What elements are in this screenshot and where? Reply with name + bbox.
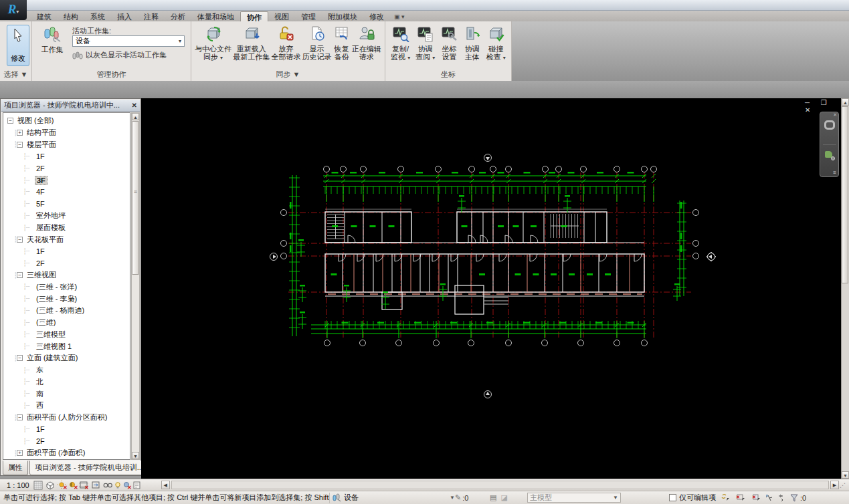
tree-item-天花板平面[interactable]: ┆−天花板平面 [3,234,130,246]
tree-item-1F[interactable]: ┆┈1F [3,150,130,162]
tree-item-三维视图 1[interactable]: ┆┈三维视图 1 [3,340,130,352]
status-workset-combo[interactable]: 设备 ▼ [329,493,455,503]
tree-item-3F[interactable]: ┆┈3F [3,174,130,186]
horizontal-scrollbar[interactable] [171,481,829,489]
scroll-down-icon[interactable]: ▼ [132,452,139,459]
expand-icon[interactable]: + [17,130,23,136]
sync-panel-label[interactable]: 同步 ▼ [191,70,385,80]
正在编辑请求-button[interactable]: 正在编辑请求 [352,25,381,61]
tree-item-2F[interactable]: ┆┈2F [3,162,130,174]
tree-item-视图 (全部)[interactable]: −视图 (全部) [3,115,130,127]
navigation-bar[interactable]: ✕ ≡ [820,112,839,177]
tree-item-立面 (建筑立面)[interactable]: ┆−立面 (建筑立面) [3,352,130,364]
tab-协作[interactable]: 协作 [240,11,268,21]
checkbox-box[interactable] [669,494,676,501]
tree-item-室外地坪[interactable]: ┆┈室外地坪 [3,210,130,222]
tree-item-三维视图[interactable]: ┆−三维视图 [3,269,130,281]
tab-视图[interactable]: 视图 [268,11,295,21]
canvas-scrollbar-thumb[interactable] [842,106,848,283]
navbar-menu-icon[interactable]: ≡ [833,170,836,176]
collapse-icon[interactable]: − [17,237,23,243]
复制/监视-button[interactable]: 复制/监视 ▾ [391,25,410,62]
tree-scrollbar-thumb[interactable] [132,121,139,275]
放弃全部请求-button[interactable]: 放弃全部请求 [271,25,300,61]
resize-grip[interactable]: ⋰ [840,481,849,490]
tree-item-结构平面[interactable]: ┆+结构平面 [3,127,130,139]
显示历史记录-button[interactable]: 显示历史记录 [302,25,332,61]
view-control-icons[interactable]: ✕ ✕ ✕ ✕ [33,480,161,491]
tab-附加模块[interactable]: 附加模块 [322,11,363,21]
tab-分析[interactable]: 分析 [165,11,191,21]
tree-item-5F[interactable]: ┆┈5F [3,198,130,210]
tab-插入[interactable]: 插入 [111,11,138,21]
tree-item-2F[interactable]: ┆┈2F [3,257,130,269]
navbar-close-icon[interactable]: ✕ [833,112,837,118]
project-browser-tree[interactable]: −视图 (全部)┆+结构平面┆−楼层平面┆┈1F┆┈2F┆┈3F┆┈4F┆┈5F… [3,112,130,460]
worksets-button[interactable]: 工作集 [37,25,67,53]
tree-item-(三维 - 杨雨迪)[interactable]: ┆┈(三维 - 杨雨迪) [3,305,130,317]
collapse-icon[interactable]: − [17,355,23,361]
tree-item-面积平面 (总建筑面积)[interactable]: ┆+面积平面 (总建筑面积) [3,459,130,460]
tree-item-4F[interactable]: ┆┈4F [3,186,130,199]
drawing-area[interactable]: ─ ❐ ✕ ✕ ≡ [141,98,841,479]
tab-project-browser[interactable]: 项目浏览器 - 技师学院机电培训... [29,461,149,475]
selection-toggle-icons[interactable]: ✕ ✕ :0 [721,493,806,503]
close-icon[interactable]: ✕ [132,102,137,109]
tree-item-2F[interactable]: ┆┈2F [3,435,130,447]
碰撞检查-button[interactable]: 碰撞检查 ▾ [486,25,506,62]
tree-item-三维模型[interactable]: ┆┈三维模型 [3,329,130,341]
design-options-icons[interactable]: ▤ ◪ [490,493,527,502]
hscroll-right-icon[interactable]: ▶ [830,481,839,489]
tree-item-(三维)[interactable]: ┆┈(三维) [3,317,130,329]
tree-item-(三维 - 李枭)[interactable]: ┆┈(三维 - 李枭) [3,293,130,305]
tree-item-屋面楼板[interactable]: ┆┈屋面楼板 [3,222,130,234]
tab-properties[interactable]: 属性 [3,461,28,475]
active-workset-combo[interactable]: 设备 ▾ [72,35,185,47]
tree-item-楼层平面[interactable]: ┆−楼层平面 [3,139,130,151]
tree-item-面积平面 (人防分区面积)[interactable]: ┆−面积平面 (人防分区面积) [3,412,130,424]
ribbon-display-toggle[interactable]: ▣ ▾ [390,12,409,21]
hscroll-left-icon[interactable]: ◀ [161,481,170,489]
expand-icon[interactable]: + [17,450,23,456]
collapse-icon[interactable]: − [17,272,23,278]
tab-建筑[interactable]: 建筑 [31,11,58,21]
gray-inactive-worksets-toggle[interactable]: 以灰色显示非活动工作集 [72,50,167,60]
协调查阅-button[interactable]: 协调查阅 ▾ [415,25,435,62]
tree-item-西[interactable]: ┆┈西 [3,400,130,412]
canvas-scroll-down-icon[interactable]: ▼ [842,471,849,479]
恢复备份-button[interactable]: 恢复备份 [333,25,351,61]
application-menu-button[interactable]: R▾ [0,0,27,20]
select-panel-label[interactable]: 选择 ▼ [0,70,31,80]
modify-button[interactable]: 修改 [7,25,29,66]
坐标设置-button[interactable]: 坐标设置 [441,25,458,61]
tree-item-东[interactable]: ┆┈东 [3,364,130,376]
tree-item-1F[interactable]: ┆┈1F [3,245,130,257]
tab-体量和场地[interactable]: 体量和场地 [191,11,240,21]
tree-item-南[interactable]: ┆┈南 [3,388,130,400]
canvas-scroll-up-icon[interactable]: ▲ [842,98,849,106]
canvas-vertical-scrollbar[interactable]: ▲ ▼ [841,98,849,479]
重新载入最新工作集-button[interactable]: 重新载入最新工作集 [233,25,270,61]
tree-item-面积平面 (净面积)[interactable]: ┆+面积平面 (净面积) [3,447,130,459]
floor-plan-drawing[interactable] [141,98,841,479]
tree-scrollbar[interactable]: ▲ ▼ [131,112,140,460]
design-option-combo[interactable]: 主模型 ▼ [527,493,621,503]
collapse-icon[interactable]: − [17,142,23,148]
collapse-icon[interactable]: − [17,414,23,420]
collapse-icon[interactable]: − [7,118,13,124]
project-browser-titlebar[interactable]: 项目浏览器 - 技师学院机电培训中... ✕ [1,100,140,112]
scroll-up-icon[interactable]: ▲ [132,113,139,120]
editable-only-checkbox[interactable]: 仅可编辑项 [669,493,716,503]
tree-item-北[interactable]: ┆┈北 [3,376,130,388]
tab-管理[interactable]: 管理 [295,11,322,21]
协调主体-button[interactable]: 协调主体 [464,25,481,61]
view-scale[interactable]: 1 : 100 [0,481,33,489]
tree-item-(三维 - 张洋)[interactable]: ┆┈(三维 - 张洋) [3,281,130,293]
steering-wheel-icon[interactable] [824,120,835,130]
tab-系统[interactable]: 系统 [84,11,111,21]
与中心文件同步-button[interactable]: 与中心文件同步 ▾ [195,25,231,62]
editing-requests-indicator[interactable]: ✎ :0 [455,493,490,502]
tab-修改[interactable]: 修改 [363,11,390,21]
tab-注释[interactable]: 注释 [138,11,165,21]
tree-item-1F[interactable]: ┆┈1F [3,424,130,436]
